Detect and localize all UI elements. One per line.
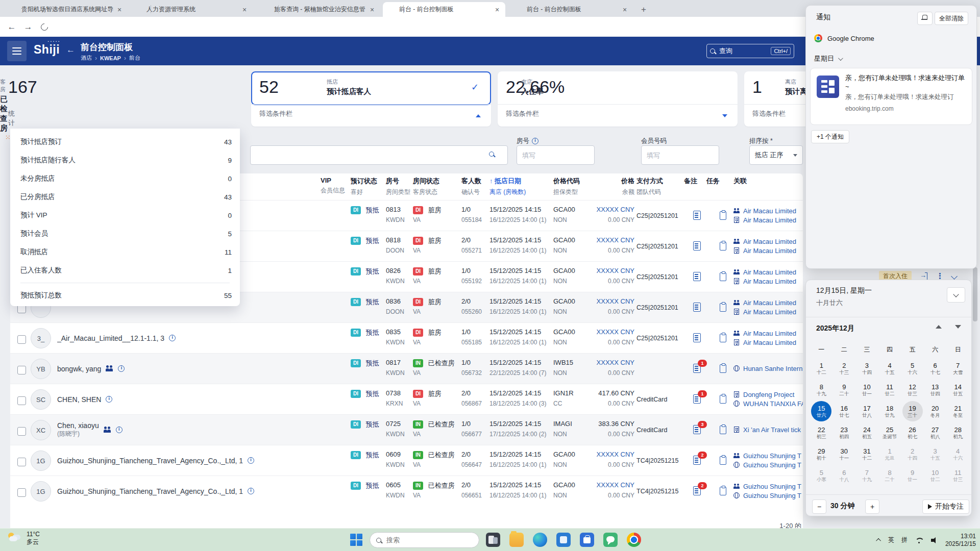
room-number[interactable]: 0826 <box>386 267 401 274</box>
wifi-icon[interactable] <box>915 537 924 544</box>
calendar-day-cell[interactable]: 3 十五 <box>924 443 947 465</box>
tab-close-icon[interactable] <box>115 6 124 14</box>
linked-profile[interactable]: Air Macau Limited <box>733 268 803 276</box>
calendar-day-cell[interactable]: 30 十一 <box>833 443 856 465</box>
linked-profile[interactable]: Air Macau Limited <box>733 330 803 337</box>
notes-button[interactable]: 1 <box>693 394 701 406</box>
price[interactable]: XXXXX CNY <box>561 450 634 458</box>
linked-profile[interactable]: Air Macau Limited <box>733 216 803 224</box>
chrome-icon[interactable] <box>627 533 641 547</box>
table-column-header[interactable]: ↑ 抵店日期 离店 (房晚数) <box>489 177 526 196</box>
filter-dropdown-item[interactable]: 预计抵店预订 43 <box>10 133 240 151</box>
notes-button[interactable]: 2 <box>693 456 701 467</box>
price[interactable]: XXXXX CNY <box>561 236 634 244</box>
notes-button[interactable] <box>693 211 701 222</box>
calendar-day-cell[interactable]: 8 十九 <box>810 379 833 400</box>
more-notifications-button[interactable]: +1 个通知 <box>811 130 849 143</box>
filter-dropdown-item[interactable]: 已分房抵店 43 <box>10 188 240 206</box>
row-checkbox[interactable] <box>17 335 26 344</box>
linked-profile[interactable]: Air Macau Limited <box>733 299 803 307</box>
calendar-day-cell[interactable]: 31 十二 <box>855 443 878 465</box>
table-row[interactable]: YB bongwk, yang DI 预抵 0817 KWDN IN <box>10 353 803 384</box>
linked-profile[interactable]: Air Macau Limited <box>733 238 803 245</box>
tasks-button[interactable] <box>720 334 726 344</box>
clear-all-button[interactable]: 全部清除 <box>935 12 968 25</box>
guest-name[interactable]: Guizhou_Shunjing_Tiancheng_Travel_Agency… <box>57 457 243 465</box>
guest-name[interactable]: CHEN, SHEN <box>57 395 101 404</box>
table-column-header[interactable]: 任务 <box>706 177 720 188</box>
price[interactable]: 383.36 CNY <box>561 420 634 428</box>
browser-tab[interactable]: 贵阳机场智选假日酒店系统网址导 <box>5 2 128 17</box>
chevron-down-icon[interactable] <box>951 273 958 280</box>
tray-expand-icon[interactable] <box>876 538 881 543</box>
linked-profile[interactable]: Air Macau Limited <box>733 278 803 285</box>
tasks-button[interactable] <box>720 487 726 497</box>
calendar-day-cell[interactable]: 2 十三 <box>833 358 856 379</box>
calendar-day-cell[interactable]: 5 十六 <box>901 358 924 379</box>
linked-profile[interactable]: WUHAN TIANXIA FA <box>733 400 803 408</box>
member-number-input[interactable] <box>641 145 719 165</box>
refresh-icon[interactable] <box>39 22 50 32</box>
calendar-day-cell[interactable]: 19 三十 <box>902 401 923 421</box>
calendar-day-cell[interactable]: 11 廿三 <box>946 465 969 486</box>
row-checkbox[interactable] <box>17 366 26 374</box>
notes-button[interactable]: 3 <box>693 425 701 436</box>
linked-profile[interactable]: Air Macau Limited <box>733 308 803 316</box>
filter-bar-toggle-label[interactable]: 筛选条件栏 <box>259 109 292 118</box>
calendar-day-cell[interactable]: 24 初五 <box>855 422 878 443</box>
notes-button[interactable] <box>693 333 701 344</box>
linked-profile[interactable]: Guizhou Shunjing T <box>733 492 803 499</box>
calendar-day-cell[interactable]: 27 初八 <box>924 422 947 443</box>
price[interactable]: XXXXX CNY <box>561 481 634 489</box>
browser-tab[interactable]: 人力资源管理系统 <box>130 2 253 17</box>
volume-icon[interactable] <box>931 537 938 544</box>
chevron-icon[interactable] <box>722 114 727 117</box>
table-row[interactable]: 3_ _Air_Macau_Limited__12.1-1.1, 3 DI 预抵… <box>10 322 803 353</box>
price[interactable]: XXXXX CNY <box>561 206 634 213</box>
tasks-button[interactable] <box>720 364 726 375</box>
browser-tab[interactable]: 前台 - 前台控制面板 <box>510 2 633 17</box>
notes-button[interactable]: 1 <box>693 364 701 375</box>
calendar-collapse-button[interactable] <box>947 287 965 303</box>
calendar-day-cell[interactable]: 25 圣诞节 <box>878 422 901 443</box>
filter-dropdown-item[interactable]: 已入住客人数 1 <box>10 261 240 280</box>
forward-icon[interactable]: → <box>22 21 34 33</box>
room-number[interactable]: 0725 <box>386 420 401 428</box>
focus-minus-button[interactable]: − <box>812 499 826 514</box>
filter-dropdown-item[interactable]: 未分房抵店 0 <box>10 169 240 188</box>
notes-button[interactable]: 2 <box>693 486 701 497</box>
room-number[interactable]: 0817 <box>386 359 401 366</box>
row-checkbox[interactable] <box>17 458 26 466</box>
tab-close-icon[interactable] <box>493 6 501 14</box>
guest-name[interactable]: Guizhou_Shunjing_Tiancheng_Travel_Agency… <box>57 487 243 495</box>
row-checkbox[interactable] <box>17 396 26 405</box>
table-column-header[interactable]: VIP 会员信息 <box>321 177 345 195</box>
blue-app-icon[interactable] <box>556 533 571 547</box>
info-icon[interactable] <box>116 427 122 433</box>
store-icon[interactable] <box>580 533 594 547</box>
calendar-day-cell[interactable]: 7 大雪 <box>946 358 969 379</box>
price[interactable]: XXXXX CNY <box>561 359 634 366</box>
filter-bar-toggle-label[interactable]: 统计 <box>8 109 15 128</box>
row-checkbox[interactable] <box>17 488 26 497</box>
table-row[interactable]: XC Chen, xiaoyu (陈晓宇) DI 预抵 0725 KWDN IN <box>10 414 803 445</box>
linked-profile[interactable]: Dongfeng Project <box>733 391 803 398</box>
global-search-box[interactable]: 查询 Ctrl+/ <box>706 44 794 58</box>
table-column-header[interactable]: 备注 <box>684 177 697 188</box>
calendar-day-cell[interactable]: 4 十六 <box>946 443 969 465</box>
filter-dropdown-item[interactable]: 取消抵店 11 <box>10 243 240 261</box>
tasks-button[interactable] <box>720 242 726 253</box>
calendar-day-cell[interactable]: 1 元旦 <box>878 443 901 465</box>
calendar-day-cell[interactable]: 13 廿四 <box>924 379 947 400</box>
stat-card[interactable]: 22.66% 在店 入住率 筛选条件栏 <box>498 71 738 127</box>
taskbar-clock[interactable]: 13:01 2025/12/15 <box>945 533 976 548</box>
calendar-day-cell[interactable]: 12 廿三 <box>901 379 924 400</box>
breadcrumb-property[interactable]: KWEAP <box>100 55 121 61</box>
table-row[interactable]: 1G Guizhou_Shunjing_Tiancheng_Travel_Age… <box>10 445 803 475</box>
calendar-day-cell[interactable]: 16 廿七 <box>833 400 856 422</box>
table-column-header[interactable]: 关联 <box>733 177 747 188</box>
new-tab-button[interactable]: + <box>638 4 649 15</box>
wechat-icon[interactable] <box>603 533 618 547</box>
room-number-input[interactable] <box>517 145 595 165</box>
taskbar-weather-widget[interactable]: 11°C 多云 <box>7 531 40 546</box>
